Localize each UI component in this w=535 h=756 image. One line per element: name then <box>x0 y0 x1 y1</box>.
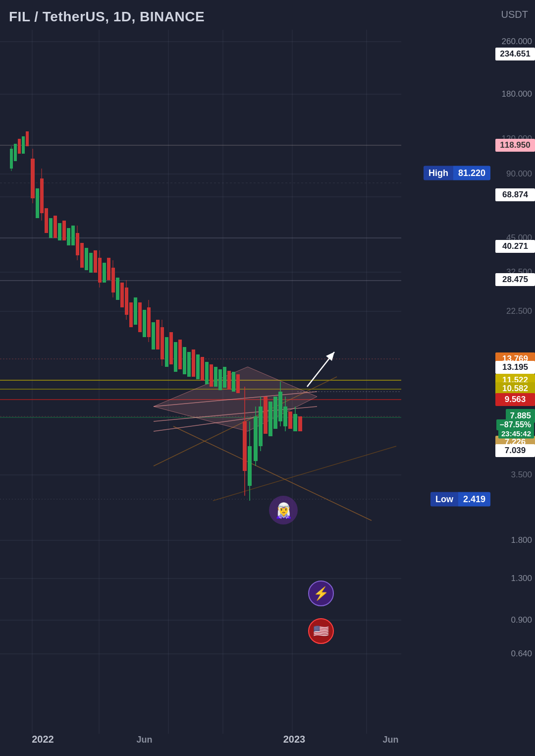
chart-title: FIL / TetherUS, 1D, BINANCE <box>9 9 205 25</box>
svg-rect-72 <box>129 302 133 327</box>
svg-rect-54 <box>67 228 70 245</box>
svg-rect-46 <box>36 188 39 218</box>
svg-rect-82 <box>165 337 168 367</box>
high-value: 81.220 <box>453 166 490 180</box>
price-axis-90: 90.000 <box>506 169 535 179</box>
svg-rect-114 <box>288 411 292 429</box>
time-remaining: 23:45:42 <box>498 428 534 439</box>
svg-rect-108 <box>268 402 272 436</box>
svg-rect-69 <box>120 283 124 307</box>
svg-rect-73 <box>134 297 137 325</box>
svg-rect-64 <box>103 263 106 283</box>
svg-rect-52 <box>58 223 61 240</box>
svg-rect-117 <box>298 416 302 431</box>
svg-rect-91 <box>205 362 209 384</box>
svg-rect-107 <box>264 397 268 434</box>
high-badge: High 81.220 <box>424 166 490 180</box>
svg-rect-61 <box>94 250 97 273</box>
svg-rect-49 <box>45 208 48 233</box>
svg-rect-96 <box>227 371 231 390</box>
svg-rect-59 <box>85 248 88 270</box>
svg-line-30 <box>213 446 396 501</box>
price-tag-68874: 68.874 <box>495 188 535 201</box>
price-axis-0640: 0.640 <box>511 649 535 659</box>
svg-rect-109 <box>273 397 277 429</box>
price-tag-28475: 28.475 <box>495 273 535 286</box>
emoji-lightning: ⚡ <box>308 581 334 606</box>
svg-rect-88 <box>192 349 195 377</box>
svg-rect-65 <box>107 258 110 280</box>
price-tag-13195: 13.195 <box>495 361 535 374</box>
svg-rect-90 <box>201 357 204 381</box>
price-axis-3500: 3.500 <box>511 470 535 480</box>
svg-rect-51 <box>54 216 57 238</box>
low-label: Low <box>430 492 458 507</box>
price-axis-1300: 1.300 <box>511 574 535 583</box>
svg-rect-98 <box>236 374 240 393</box>
price-axis-22500: 22.500 <box>506 306 535 316</box>
price-axis-180: 180.000 <box>502 89 535 99</box>
svg-rect-83 <box>169 332 173 364</box>
svg-rect-58 <box>80 243 84 268</box>
svg-rect-53 <box>62 221 66 240</box>
svg-rect-75 <box>143 310 146 337</box>
svg-rect-55 <box>71 226 75 245</box>
emoji-flag: 🇺🇸 <box>308 618 334 644</box>
price-tag-234: 234.651 <box>495 48 535 60</box>
svg-rect-60 <box>89 253 93 273</box>
svg-rect-93 <box>214 367 217 387</box>
low-value: 2.419 <box>458 492 490 507</box>
svg-rect-79 <box>156 320 160 349</box>
low-badge: Low 2.419 <box>430 492 490 507</box>
emoji-girl: 🧝‍♀️ <box>269 496 298 524</box>
price-tag-118: 118.950 <box>495 139 535 152</box>
svg-rect-74 <box>138 302 142 332</box>
svg-rect-86 <box>183 347 186 374</box>
svg-rect-94 <box>218 369 222 390</box>
svg-rect-87 <box>187 352 191 377</box>
svg-rect-84 <box>174 342 177 372</box>
svg-rect-68 <box>116 278 119 300</box>
svg-rect-40 <box>14 144 17 161</box>
high-label: High <box>424 166 453 180</box>
price-tag-7039: 7.039 <box>495 444 535 457</box>
chart-container: FIL / TetherUS, 1D, BINANCE USDT <box>0 0 535 756</box>
svg-rect-95 <box>223 367 226 388</box>
svg-rect-85 <box>178 340 182 369</box>
price-tag-40271: 40.271 <box>495 240 535 253</box>
chart-svg <box>0 0 401 756</box>
svg-rect-92 <box>210 364 213 387</box>
price-axis-0900: 0.900 <box>511 615 535 625</box>
svg-rect-43 <box>26 131 29 146</box>
price-axis-260: 260.000 <box>502 37 535 47</box>
svg-rect-41 <box>18 139 21 154</box>
svg-rect-78 <box>152 322 155 349</box>
price-axis-1800: 1.800 <box>511 535 535 545</box>
svg-rect-89 <box>196 354 200 379</box>
svg-rect-50 <box>49 218 53 238</box>
svg-rect-97 <box>232 372 235 392</box>
price-tag-9563: 9.563 <box>495 393 535 406</box>
svg-marker-37 <box>326 352 334 361</box>
svg-rect-42 <box>22 136 25 154</box>
usdt-label: USDT <box>501 9 528 20</box>
